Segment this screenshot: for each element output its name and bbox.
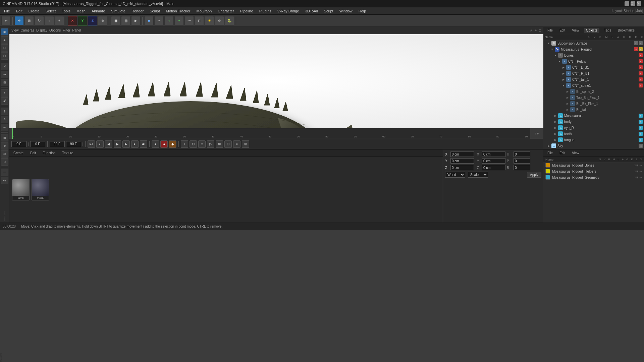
bridge-tool[interactable]: ⊸ xyxy=(1,71,8,78)
viewport-menu-filter[interactable]: Filter xyxy=(63,28,70,32)
auto-key-button[interactable]: ● xyxy=(160,140,168,148)
timeline-ruler[interactable]: 0 5 10 15 20 25 30 35 40 45 50 55 60 65 … xyxy=(12,128,530,139)
next-key-button[interactable]: ⏵ xyxy=(131,140,139,148)
offset-frame-input[interactable] xyxy=(30,141,45,147)
python-tool[interactable]: Py xyxy=(1,177,8,184)
expand-bn-spine2[interactable]: ▶ xyxy=(566,89,570,94)
add-object-button[interactable]: + xyxy=(55,16,64,25)
menu-sculpt[interactable]: Sculpt xyxy=(147,8,163,14)
knife-tool[interactable]: ⚔ xyxy=(1,63,8,70)
prop-check[interactable]: ✓ xyxy=(639,41,643,45)
viewport-menu-panel[interactable]: Panel xyxy=(72,28,81,32)
menu-vray-bridge[interactable]: V-Ray Bridge xyxy=(275,8,302,14)
bend-tool[interactable]: ↩ xyxy=(1,124,8,131)
p-rotation-input[interactable] xyxy=(514,158,530,164)
grid-tool[interactable]: ⊞ xyxy=(1,134,8,141)
menu-motion-tracker[interactable]: Motion Tracker xyxy=(163,8,193,14)
tree-item-body[interactable]: ▶ △ body ■ xyxy=(543,119,644,125)
tree-item-cnt-pelvis[interactable]: ▼ ✦ CNT_Pelvis ● xyxy=(543,58,644,64)
bone-prop[interactable]: ● xyxy=(639,53,643,57)
maximize-button[interactable]: □ xyxy=(631,1,635,6)
line-tool[interactable]: / xyxy=(1,89,8,97)
tree-item-bn-spine-2[interactable]: ▶ ✦ Bn_spine_2 xyxy=(543,88,644,95)
obj-mgr-objects-tab[interactable]: Objects xyxy=(584,28,599,33)
world-button[interactable]: ⊕ xyxy=(98,16,107,25)
goto-start-button[interactable]: ⏮ xyxy=(88,140,95,148)
mat-mgr-view-tab[interactable]: View xyxy=(570,150,581,156)
3d-viewport[interactable] xyxy=(9,34,543,128)
menu-3dtoall[interactable]: 3DToAll xyxy=(303,8,321,14)
tree-item-subdivision-surface[interactable]: ▼ ⊞ Subdivision Surface □ ✓ xyxy=(543,40,644,46)
eye-r-prop[interactable]: ■ xyxy=(639,126,643,130)
deformer-button[interactable]: ⊓ xyxy=(195,16,204,25)
x-size-input[interactable] xyxy=(482,152,505,157)
record-button[interactable]: ⊙ xyxy=(198,140,206,148)
tail-prop[interactable]: ● xyxy=(639,77,643,81)
mat-prop-1[interactable]: □ xyxy=(634,164,636,167)
material-row-helpers[interactable]: Mosasaurus_Rigged_Helpers □ ⊞ ⋯ xyxy=(543,168,644,174)
scale-tool-button[interactable]: ⊞ xyxy=(24,16,34,25)
tree-item-cnt-tail-1[interactable]: ▶ ✦ CNT_tail_1 ● xyxy=(543,76,644,82)
mat-texture-tab[interactable]: Texture xyxy=(60,150,75,156)
expand-subdivision[interactable]: ▼ xyxy=(547,41,551,45)
mat-prop-4[interactable]: □ xyxy=(634,170,636,173)
mat-function-tab[interactable]: Function xyxy=(41,150,57,156)
obj-mgr-file-tab[interactable]: File xyxy=(545,28,555,33)
fps-button[interactable]: ≡ xyxy=(233,140,240,148)
mat-create-tab[interactable]: Create xyxy=(11,150,25,156)
y-position-input[interactable] xyxy=(450,158,474,164)
prev-frame-button[interactable]: ◀ xyxy=(105,140,112,148)
viewport-icon2[interactable]: + xyxy=(535,28,537,32)
prop-yellow[interactable]: ● xyxy=(639,47,643,51)
mat-prop-2[interactable]: ⊞ xyxy=(636,164,639,167)
sync-button[interactable]: ⊟ xyxy=(224,140,232,148)
stamp-tool[interactable]: ⊕ xyxy=(1,142,8,149)
obj-mgr-edit-tab[interactable]: Edit xyxy=(557,28,567,33)
prev-key-button[interactable]: ⏴ xyxy=(96,140,104,148)
mat-mgr-file-tab[interactable]: File xyxy=(545,150,555,156)
z-position-input[interactable] xyxy=(450,165,474,170)
tree-item-cnt-spine1[interactable]: ▼ ✦ CNT_spine1 ● xyxy=(543,82,644,88)
extrude-tool[interactable]: ⊡ xyxy=(1,79,8,86)
menu-script[interactable]: Script xyxy=(321,8,336,14)
expand-cnt-spine1[interactable]: ▼ xyxy=(561,83,566,87)
material-tool[interactable]: $ xyxy=(1,108,8,115)
apply-button[interactable]: Apply xyxy=(527,172,541,178)
expand-top-bn-flex[interactable]: ▶ xyxy=(566,96,570,100)
expand-mosasaurus-mesh[interactable]: ▶ xyxy=(553,114,557,118)
tree-item-cnt-l-b1[interactable]: ▶ ✦ CNT_L_B1 ● xyxy=(543,64,644,70)
x-position-input[interactable] xyxy=(450,152,474,157)
tree-item-bones[interactable]: ▼ ⊕ Bones ● xyxy=(543,52,644,58)
material-thumb-2[interactable]: mosa xyxy=(32,179,49,200)
menu-mesh[interactable]: Mesh xyxy=(74,8,88,14)
spine1-prop[interactable]: ● xyxy=(639,83,643,87)
expand-bones[interactable]: ▼ xyxy=(553,53,557,57)
tree-item-mosasaurus-rigged[interactable]: ▼ 🦴 Mosasaurus_Rigged ● ● xyxy=(543,46,644,52)
tree-item-bn-tail[interactable]: ▶ ✦ Bn_tail xyxy=(543,107,644,113)
tree-item-bn-bk-flex-1[interactable]: ▶ ✦ Bn_Bk_Flex_1 xyxy=(543,101,644,107)
mat-prop-7[interactable]: □ xyxy=(634,176,636,179)
python-button[interactable]: 🐍 xyxy=(225,16,234,25)
record-mode-button[interactable]: ● xyxy=(152,140,159,148)
transform-mode-dropdown[interactable]: Scale Size xyxy=(468,172,488,178)
close-button[interactable]: ✕ xyxy=(637,1,641,6)
viewport-menu-view[interactable]: View xyxy=(11,28,19,32)
tree-item-cnt-r-b1[interactable]: ▶ ✦ CNT_R_B1 ● xyxy=(543,70,644,76)
tree-item-top-bn-flex-1[interactable]: ▶ ✦ Top_Bn_Flex_1 xyxy=(543,95,644,101)
current-frame-input[interactable] xyxy=(11,141,26,147)
menu-select[interactable]: Select xyxy=(43,8,59,14)
expand-cnt-tail[interactable]: ▶ xyxy=(561,77,566,81)
mat-prop-6[interactable]: ⋯ xyxy=(639,170,642,173)
menu-simulate[interactable]: Simulate xyxy=(108,8,128,14)
tongue-prop[interactable]: ■ xyxy=(639,138,643,142)
menu-tools[interactable]: Tools xyxy=(59,8,73,14)
menu-plugins[interactable]: Plugins xyxy=(257,8,274,14)
menu-character[interactable]: Character xyxy=(215,8,236,14)
menu-window[interactable]: Window xyxy=(337,8,355,14)
xpresso-button[interactable]: ✦ xyxy=(174,16,184,25)
end-frame-input[interactable] xyxy=(50,141,65,147)
tree-item-tongue[interactable]: ▶ △ tongue ■ xyxy=(543,137,644,143)
render-active-button[interactable]: ▶ xyxy=(131,16,141,25)
motion-button[interactable]: ⊡ xyxy=(190,140,197,148)
select-tool[interactable]: ▣ xyxy=(1,28,8,36)
